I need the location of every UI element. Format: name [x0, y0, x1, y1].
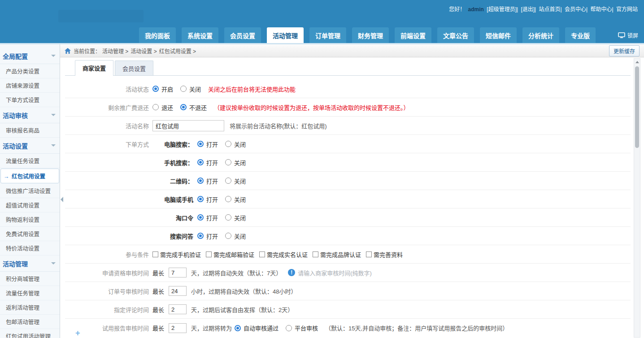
radio-mobile-search-off[interactable] [225, 159, 231, 165]
radio-refund-return-label[interactable]: 退还 [161, 103, 173, 112]
radio-status-on[interactable] [152, 86, 159, 92]
nav-tab-members[interactable]: 会员设置 [224, 27, 261, 43]
breadcrumb-activity-settings[interactable]: 活动设置 > [131, 47, 157, 55]
radio-pc-or-mobile-off-label[interactable]: 关闭 [234, 195, 246, 204]
radio-search-qa-off[interactable] [225, 233, 231, 239]
radio-mobile-search-on[interactable] [197, 159, 204, 165]
tab-merchant-settings[interactable]: 商家设置 [75, 60, 113, 76]
radio-mobile-search-off-label[interactable]: 关闭 [234, 158, 246, 167]
comment-days-input[interactable] [169, 304, 187, 314]
radio-search-qa-on-label[interactable]: 打开 [206, 232, 218, 240]
checkbox-brand-verify[interactable] [313, 251, 318, 257]
radio-taokouling-on-label[interactable]: 打开 [206, 213, 218, 222]
radio-pc-or-mobile-off[interactable] [225, 196, 231, 202]
checkbox-realname-verify[interactable] [259, 251, 265, 257]
nav-tab-finance[interactable]: 财务管理 [352, 27, 389, 43]
sidebar-item-traffic-task-settings[interactable]: 流量任务设置 [0, 154, 60, 168]
radio-qrcode-off[interactable] [225, 178, 231, 184]
radio-refund-noreturn-label[interactable]: 不退还 [189, 103, 207, 112]
radio-status-off[interactable] [180, 86, 187, 92]
help-center-link[interactable]: 帮助中心| [591, 6, 614, 13]
sidebar-section-global-config[interactable]: 全局配置 [0, 48, 60, 64]
radio-pc-search-on[interactable] [197, 141, 204, 147]
logout-link[interactable]: [退出]| [521, 6, 536, 13]
radio-taokouling-on[interactable] [197, 214, 204, 221]
checkbox-complete-profile[interactable] [366, 251, 372, 257]
radio-search-qa-on[interactable] [197, 233, 204, 239]
checkbox-phone-verify[interactable] [152, 251, 158, 257]
radio-platform-review[interactable] [286, 325, 292, 331]
plus-icon[interactable]: + [75, 329, 80, 338]
radio-taokouling-off[interactable] [225, 214, 231, 221]
radio-status-on-label[interactable]: 开启 [161, 85, 173, 93]
activity-name-input[interactable] [152, 120, 224, 131]
row-activity-name: 活动名称 将展示前台活动名称(默认：红包试用) [65, 117, 631, 135]
sidebar-item-wechat-promo-settings[interactable]: 微信推广活动设置 [0, 184, 60, 198]
breadcrumb-activity-mgmt[interactable]: 活动管理 > [102, 47, 128, 55]
lock-screen-button[interactable]: 锁屏 [618, 31, 638, 39]
official-site-link[interactable]: 官方网站 [616, 6, 638, 13]
sidebar-item-special-activity-settings[interactable]: 特价活动设置 [0, 241, 60, 256]
sidebar-item-product-category[interactable]: 产品分类设置 [0, 64, 60, 78]
radio-pc-search-off[interactable] [225, 141, 231, 147]
checkbox-realname-verify-label[interactable]: 需完成实名认证 [267, 250, 308, 259]
radio-pc-search-off-label[interactable]: 关闭 [234, 140, 246, 148]
report-review-days-input[interactable] [169, 323, 187, 333]
radio-qrcode-on-label[interactable]: 打开 [206, 177, 218, 185]
nav-tab-articles[interactable]: 文章公告 [437, 27, 474, 43]
sidebar-item-points-mall-mgmt[interactable]: 积分商城管理 [0, 272, 60, 286]
nav-tab-orders[interactable]: 订单管理 [309, 27, 346, 43]
sidebar-item-review-products[interactable]: 审核报名商品 [0, 123, 60, 138]
nav-tab-frontend[interactable]: 前端设置 [395, 27, 431, 43]
order-review-hours-input[interactable] [169, 286, 187, 296]
radio-auto-approve[interactable] [235, 325, 241, 331]
sidebar-item-shopping-rebate-settings[interactable]: 购物返利设置 [0, 212, 60, 227]
radio-pc-search-on-label[interactable]: 打开 [206, 140, 218, 148]
radio-refund-return[interactable] [152, 104, 159, 110]
sidebar-item-redpacket-trial-settings[interactable]: → 红包试用设置 [0, 169, 59, 183]
sidebar-item-shop-source[interactable]: 店铺来源设置 [0, 78, 60, 93]
radio-mobile-search-on-label[interactable]: 打开 [206, 158, 218, 167]
scrollbar-thumb[interactable] [635, 66, 639, 148]
radio-qrcode-off-label[interactable]: 关闭 [234, 177, 246, 185]
nav-tab-dashboard[interactable]: 我的面板 [139, 27, 176, 43]
checkbox-email-verify-label[interactable]: 需完成邮箱验证 [213, 250, 254, 259]
apply-review-days-input[interactable] [169, 268, 187, 277]
sidebar-item-free-shipping-mgmt[interactable]: 包邮活动管理 [0, 315, 60, 329]
sidebar-item-value-trial-settings[interactable]: 超值试用设置 [0, 198, 60, 212]
radio-taokouling-off-label[interactable]: 关闭 [234, 213, 246, 222]
tab-member-settings[interactable]: 会员设置 [115, 61, 153, 75]
nav-tab-sms-mail[interactable]: 短信邮件 [480, 27, 517, 43]
radio-platform-review-label[interactable]: 平台审核 [295, 324, 318, 332]
site-home-link[interactable]: 站点首页| [539, 6, 562, 13]
checkbox-brand-verify-label[interactable]: 需完成品牌认证 [320, 250, 361, 259]
vertical-scrollbar[interactable] [634, 58, 640, 338]
sidebar-item-free-trial-settings[interactable]: 免费试用设置 [0, 227, 60, 241]
sidebar-section-activity-review[interactable]: 活动审核 [0, 107, 60, 123]
checkbox-email-verify[interactable] [206, 251, 212, 257]
nav-tab-analytics[interactable]: 分析统计 [522, 27, 559, 43]
sidebar-section-activity-settings[interactable]: 活动设置 [0, 138, 60, 154]
radio-search-qa-off-label[interactable]: 关闭 [234, 232, 246, 240]
nav-tab-activities[interactable]: 活动管理 [267, 27, 304, 43]
radio-pc-or-mobile-on-label[interactable]: 打开 [206, 195, 218, 204]
sidebar-item-order-method[interactable]: 下单方式设置 [0, 93, 60, 107]
member-center-link[interactable]: 会员中心| [565, 6, 587, 13]
nav-tab-system[interactable]: 系统设置 [182, 27, 218, 43]
sidebar-item-rebate-activity-mgmt[interactable]: 返利活动管理 [0, 300, 60, 315]
sidebar-section-activity-management[interactable]: 活动管理 [0, 256, 60, 272]
sidebar-item-traffic-task-mgmt[interactable]: 流量任务管理 [0, 286, 60, 300]
nav-tab-pro[interactable]: 专业版 [565, 27, 596, 43]
sidebar-collapse-icon[interactable] [61, 197, 63, 202]
checkbox-complete-profile-label[interactable]: 需完善资料 [374, 250, 403, 259]
scroll-up-icon[interactable] [635, 61, 639, 63]
radio-qrcode-on[interactable] [197, 178, 204, 184]
radio-auto-approve-label[interactable]: 自动审核通过 [244, 324, 278, 332]
update-cache-button[interactable]: 更新缓存 [609, 45, 640, 56]
radio-pc-or-mobile-on[interactable] [197, 196, 204, 202]
checkbox-phone-verify-label[interactable]: 需完成手机验证 [160, 250, 201, 259]
sidebar-item-redpacket-trial-mgmt[interactable]: 红包试用活动管理 [0, 329, 60, 338]
radio-refund-noreturn[interactable] [180, 104, 187, 110]
radio-status-off-label[interactable]: 关闭 [189, 85, 201, 93]
breadcrumb-redpacket-trial[interactable]: 红包试用设置 > [159, 47, 196, 55]
